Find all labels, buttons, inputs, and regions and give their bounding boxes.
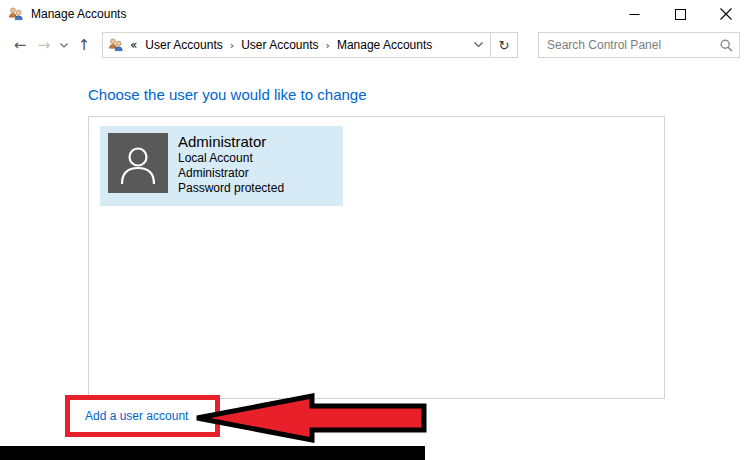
user-role: Administrator [178, 166, 284, 181]
breadcrumb-item-manage-accounts[interactable]: Manage Accounts [335, 38, 434, 52]
recent-pages-dropdown-button[interactable] [56, 43, 72, 48]
up-button[interactable]: ↑ [72, 38, 96, 53]
user-password-status: Password protected [178, 181, 284, 196]
user-tile-administrator[interactable]: Administrator Local Account Administrato… [100, 126, 343, 206]
address-dropdown-button[interactable] [466, 33, 490, 57]
back-button[interactable]: ← [8, 38, 32, 53]
red-arrow-annotation [185, 390, 435, 452]
close-button[interactable] [703, 0, 749, 28]
user-list-panel: Administrator Local Account Administrato… [88, 116, 665, 399]
users-icon [8, 6, 24, 22]
navigation-toolbar: ← → ↑ « User Accounts › User Accounts › … [0, 28, 749, 62]
user-tile-info: Administrator Local Account Administrato… [178, 126, 284, 206]
window-title: Manage Accounts [31, 7, 126, 21]
user-name: Administrator [178, 132, 284, 151]
user-account-type: Local Account [178, 151, 284, 166]
breadcrumb-overflow-chevrons[interactable]: « [130, 38, 137, 52]
chevron-down-icon [60, 43, 68, 48]
user-avatar-icon [108, 133, 168, 193]
search-box[interactable] [538, 32, 740, 58]
avatar [108, 133, 168, 193]
chevron-down-icon [474, 42, 483, 48]
address-bar[interactable]: « User Accounts › User Accounts › Manage… [102, 32, 518, 58]
breadcrumb-separator-icon[interactable]: › [225, 39, 239, 52]
breadcrumb-separator-icon[interactable]: › [321, 39, 335, 52]
minimize-icon [629, 9, 640, 20]
breadcrumb-item-user-accounts-2[interactable]: User Accounts [239, 38, 320, 52]
page-title: Choose the user you would like to change [88, 86, 749, 103]
close-icon [720, 8, 732, 20]
title-bar: Manage Accounts [0, 0, 749, 28]
search-input[interactable] [547, 38, 720, 52]
maximize-icon [675, 9, 686, 20]
forward-button[interactable]: → [32, 38, 56, 53]
add-user-account-link[interactable]: Add a user account [85, 409, 188, 423]
black-bar-annotation [0, 446, 425, 460]
minimize-button[interactable] [611, 0, 657, 28]
refresh-button[interactable]: ↻ [490, 33, 517, 57]
users-icon [108, 37, 124, 53]
breadcrumb-item-user-accounts-1[interactable]: User Accounts [143, 38, 224, 52]
maximize-button[interactable] [657, 0, 703, 28]
main-content: Choose the user you would like to change… [0, 86, 749, 399]
search-icon[interactable] [720, 39, 733, 52]
